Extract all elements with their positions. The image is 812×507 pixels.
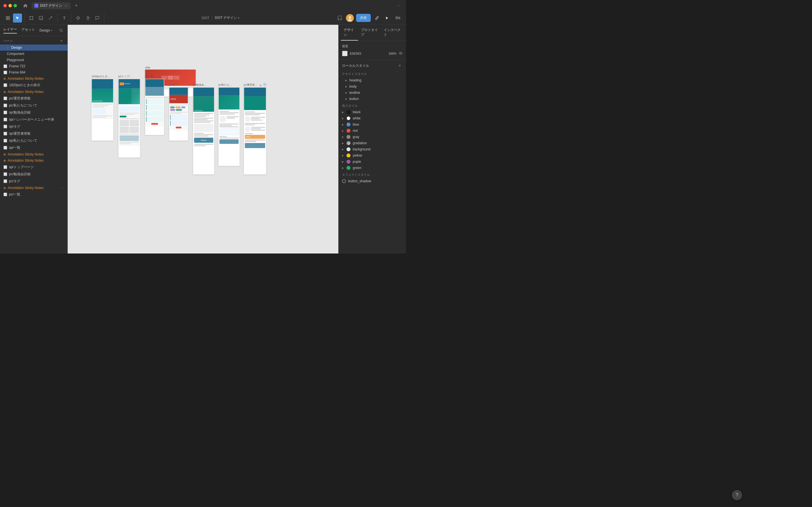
annotation-4-item[interactable]: ⊕ Annotation Sticky Notes — [0, 158, 67, 164]
more-options-button[interactable]: ··· — [395, 2, 403, 10]
sp-hamburger-item[interactable]: ⬜ sp/ハンバーガーメニュー中身 — [0, 116, 67, 123]
prototype-tab[interactable]: プロトタイプ — [358, 25, 381, 41]
button-style-item[interactable]: ▶ button — [339, 96, 406, 102]
background-opacity: 100% — [389, 52, 396, 55]
assets-tab[interactable]: アセット — [21, 27, 35, 33]
button-shadow-label: button_shadow — [348, 179, 371, 183]
body-style-item[interactable]: ▶ body — [339, 83, 406, 90]
pc-about-us-item[interactable]: ⬜ pc/私たちについて — [0, 102, 67, 109]
gradation-color-style-item[interactable]: ▶ gradation — [339, 140, 406, 146]
annotation-2-item[interactable]: ⊕ Annotation Sticky Notes — [0, 89, 67, 95]
textline-style-item[interactable]: ▶ textline — [339, 90, 406, 96]
pc-tag-item[interactable]: ⬜ pc/タグ — [0, 178, 67, 185]
pc-operator-info-label: pc/運営者情報 — [9, 96, 31, 101]
comment-tool-button[interactable] — [93, 13, 102, 22]
frame-tool-button[interactable] — [27, 13, 36, 22]
new-tab-button[interactable]: + — [73, 2, 80, 9]
expand-icon: ▶ — [345, 92, 347, 94]
tab-close-button[interactable]: × — [64, 4, 68, 8]
1920px-frame[interactable] — [91, 79, 113, 141]
background-section-title: 背景 — [342, 44, 403, 48]
headphones-button[interactable]: 🎧 — [336, 14, 344, 22]
1920px-frame-wrapper: 1920pxのとき... — [91, 75, 113, 141]
component-page-item[interactable]: Component — [0, 51, 67, 57]
move-tool-button[interactable] — [3, 13, 12, 22]
background-color-swatch[interactable] — [342, 51, 348, 56]
frame-684-item[interactable]: ⬜ Frame 684 — [0, 69, 67, 75]
red-color-style-item[interactable]: ▶ red — [339, 128, 406, 134]
breadcrumb-expand-icon: ▾ — [238, 16, 239, 19]
red-color-dot — [347, 129, 350, 133]
button-shadow-style-item[interactable]: button_shadow — [339, 178, 406, 184]
link-button[interactable] — [373, 14, 381, 22]
pc-list-frame[interactable] — [145, 79, 164, 135]
shape-tool-button[interactable] — [36, 13, 45, 22]
pc-about-frame[interactable] — [218, 87, 240, 166]
right-panel-tabs: デザイン プロトタイプ インスペクト — [339, 25, 406, 41]
text-tool-button[interactable]: T — [60, 13, 69, 22]
fullscreen-window-button[interactable] — [13, 4, 17, 7]
frame-722-item[interactable]: ⬜ Frame 722 — [0, 63, 67, 69]
black-color-style-item[interactable]: ▶ black — [339, 109, 406, 115]
sp-operator-info-item[interactable]: ⬜ sp/運営者情報 — [0, 130, 67, 137]
breadcrumb-file-button[interactable]: DIST デザイン ▾ — [215, 15, 239, 20]
inspect-tab[interactable]: インスペクト — [381, 25, 404, 41]
select-tool-button[interactable] — [13, 13, 22, 22]
play-button[interactable] — [383, 14, 391, 22]
sp-tag-item[interactable]: ⬜ sp/タグ — [0, 123, 67, 130]
add-style-button[interactable]: + — [397, 63, 403, 68]
component-page-label: Component — [7, 52, 24, 56]
pc-study-frame[interactable] — [193, 87, 214, 175]
pc-tag-frame[interactable] — [169, 87, 188, 141]
pc-operator-info-item[interactable]: ⬜ pc/運営者情報 — [0, 95, 67, 102]
design-dropdown[interactable]: Design ▾ — [40, 29, 52, 33]
playground-page-item[interactable]: Playground — [0, 57, 67, 63]
pc-top-frame[interactable] — [118, 79, 140, 158]
sp-study-detail-item[interactable]: ⬜ sp/勉強会詳細 — [0, 109, 67, 116]
yellow-color-style-item[interactable]: ▶ yellow — [339, 152, 406, 159]
pc-list-item[interactable]: ⬜ pc/一覧 — [0, 191, 67, 198]
background-color-style-item[interactable]: ▶ background — [339, 146, 406, 152]
pc-study-detail-item[interactable]: ⬜ pc/勉強会詳細 — [0, 171, 67, 178]
green-color-style-item[interactable]: ▶ green — [339, 165, 406, 171]
black-color-label: black — [353, 110, 361, 114]
user-avatar[interactable] — [346, 14, 354, 22]
design-properties-tab[interactable]: デザイン — [341, 25, 358, 41]
component-tool-button[interactable] — [73, 13, 83, 22]
share-button[interactable]: 共有 — [356, 14, 371, 22]
local-styles-header: ローカルスタイル + — [339, 60, 406, 70]
expand-icon: ▶ — [345, 98, 347, 100]
1920px-item[interactable]: ⬜ 1920pxのときの表示 — [0, 82, 67, 89]
design-page-item[interactable]: ✓ Design — [0, 45, 67, 51]
hand-tool-button[interactable] — [83, 13, 92, 22]
zoom-level[interactable]: 5% — [393, 15, 403, 21]
pc-operator-frame[interactable]: ⊞ — [244, 87, 266, 175]
expand-icon: ▶ — [342, 123, 344, 126]
svg-rect-0 — [6, 16, 8, 18]
breadcrumb-project: DIST — [202, 16, 209, 20]
background-color-dot — [347, 147, 350, 151]
sp-top-page-item[interactable]: ⬜ sp/トップページ — [0, 164, 67, 171]
heading-style-item[interactable]: ▶ heading — [339, 77, 406, 83]
home-icon[interactable] — [21, 2, 29, 10]
visibility-toggle-icon[interactable] — [399, 51, 403, 56]
sp-list-item[interactable]: ⬜ sp/一覧 — [0, 144, 67, 151]
pen-tool-button[interactable] — [46, 13, 55, 22]
close-window-button[interactable] — [3, 4, 7, 7]
search-icon[interactable] — [58, 27, 64, 33]
add-page-button[interactable]: + — [59, 38, 64, 43]
canvas[interactable]: slide 1920pxの — [68, 25, 338, 253]
white-color-style-item[interactable]: ▶ white — [339, 115, 406, 121]
layers-tab[interactable]: レイヤー — [3, 27, 17, 34]
tab-title: DIST デザイン — [40, 3, 62, 8]
annotation-5-item[interactable]: ⊕ Annotation Sticky Notes ⋯ — [0, 185, 67, 191]
puple-color-style-item[interactable]: ▶ puple — [339, 159, 406, 165]
gray-color-style-item[interactable]: ▶ gray — [339, 134, 406, 140]
design-page-label: Design — [11, 46, 22, 50]
minimize-window-button[interactable] — [8, 4, 12, 7]
active-tab[interactable]: DIST デザイン × — [32, 2, 70, 9]
sp-about-us-item[interactable]: ⬜ sp/私たちについて — [0, 137, 67, 144]
annotation-3-item[interactable]: ⊕ Annotation Sticky Notes — [0, 151, 67, 158]
annotation-1-item[interactable]: ⊕ Annotation Sticky Notes — [0, 75, 67, 82]
blue-color-style-item[interactable]: ▶ blue — [339, 121, 406, 128]
